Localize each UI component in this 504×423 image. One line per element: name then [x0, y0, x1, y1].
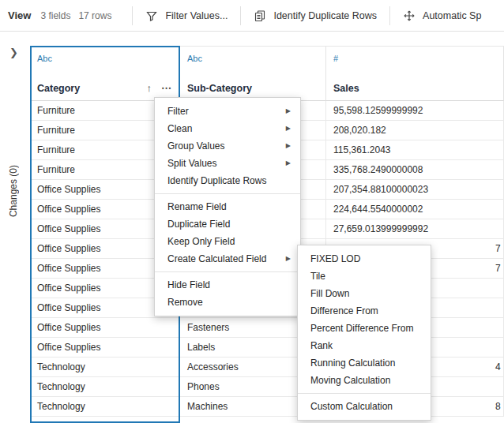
grid-header-row: Abc Category ↑ ⋯ Abc Sub-Category # Sale… [30, 46, 504, 101]
toolbar-separator [240, 6, 241, 25]
changes-sidebar: ❯ Changes (0) [0, 32, 30, 423]
menu-item[interactable]: Custom Calculation [298, 398, 431, 415]
column-header-sales[interactable]: # Sales [326, 47, 504, 101]
menu-item-label: Split Values [167, 155, 286, 172]
cell-sales[interactable]: 335,768.2490000008 [326, 160, 504, 180]
menu-item-label: Remove [167, 294, 291, 311]
menu-item[interactable]: Fill Down [298, 285, 431, 302]
table-row[interactable]: Office SuppliesFasteners [30, 318, 504, 338]
automatic-split-label: Automatic Sp [423, 10, 481, 21]
cell-sales[interactable]: 207,354.88100000023 [326, 180, 504, 200]
cell-sales[interactable]: 27,659.013999999992 [326, 219, 504, 239]
toolbar-separator [132, 6, 133, 25]
menu-item-label: Custom Calculation [310, 398, 421, 415]
table-row[interactable]: Office SuppliesLabels [30, 338, 504, 357]
filter-values-label: Filter Values... [165, 10, 228, 21]
menu-item-label: Filter [167, 103, 286, 120]
fields-count: 3 fields [40, 10, 70, 21]
view-toolbar: View 3 fields17 rows Filter Values... I [0, 0, 504, 32]
menu-item[interactable]: Difference From [298, 302, 431, 320]
submenu-arrow-icon: ▶ [286, 137, 291, 155]
filter-icon [145, 9, 158, 22]
menu-item-label: Percent Difference From [310, 320, 421, 337]
identify-duplicate-rows-label: Identify Duplicate Rows [273, 10, 377, 21]
column-header-subcategory[interactable]: Abc Sub-Category [180, 47, 326, 101]
menu-separator [155, 193, 300, 194]
menu-item[interactable]: Create Calculated Field▶ [155, 250, 300, 268]
menu-item-label: Hide Field [167, 276, 291, 294]
menu-item[interactable]: Hide Field [155, 276, 300, 294]
cell-category[interactable]: Technology [30, 397, 180, 417]
automatic-split-icon [403, 9, 416, 22]
column-name-category: Category [37, 83, 80, 94]
menu-item-label: Keep Only Field [167, 233, 291, 250]
menu-item[interactable]: Split Values▶ [155, 155, 300, 172]
cell-sales[interactable]: 208,020.182 [326, 121, 504, 140]
submenu-arrow-icon: ▶ [286, 250, 291, 268]
submenu-arrow-icon: ▶ [286, 103, 291, 120]
menu-item[interactable]: Identify Duplicate Rows [155, 172, 300, 189]
menu-item[interactable]: Filter▶ [155, 103, 300, 120]
tableau-prep-window: View 3 fields17 rows Filter Values... I [0, 0, 504, 423]
automatic-split-button[interactable]: Automatic Sp [403, 9, 481, 22]
expand-changes-chevron-icon[interactable]: ❯ [0, 32, 30, 58]
menu-item[interactable]: Moving Calculation [298, 372, 431, 389]
identify-duplicate-rows-icon [254, 9, 266, 22]
table-row[interactable]: TechnologyMachines8 [30, 397, 504, 417]
grid-summary: 3 fields17 rows [40, 10, 119, 21]
menu-item-label: Group Values [167, 137, 286, 155]
context-menu: Filter▶Clean▶Group Values▶Split Values▶I… [154, 97, 301, 316]
rows-count: 17 rows [78, 10, 111, 21]
menu-item[interactable]: Percent Difference From [298, 320, 431, 337]
menu-item-label: Fill Down [310, 285, 421, 302]
cell-category[interactable]: Office Supplies [30, 318, 180, 338]
menu-item-label: Running Calculation [310, 354, 421, 372]
menu-item[interactable]: Group Values▶ [155, 137, 300, 155]
menu-separator [298, 393, 431, 394]
menu-item-label: Duplicate Field [167, 215, 291, 233]
submenu-arrow-icon: ▶ [286, 120, 291, 137]
view-label: View [8, 9, 31, 21]
menu-item-label: Clean [167, 120, 286, 137]
number-type-icon: # [333, 54, 496, 63]
cell-sales[interactable]: 224,644.5540000002 [326, 200, 504, 219]
table-row[interactable]: TechnologyPhones [30, 377, 504, 397]
menu-item[interactable]: Rename Field [155, 198, 300, 215]
menu-item-label: Rename Field [167, 198, 291, 215]
menu-item-label: Create Calculated Field [167, 250, 286, 268]
menu-item-label: Difference From [310, 302, 421, 320]
menu-item-label: Moving Calculation [310, 372, 421, 389]
cell-category[interactable]: Technology [30, 357, 180, 377]
menu-item[interactable]: Keep Only Field [155, 233, 300, 250]
toolbar-separator [389, 6, 390, 25]
identify-duplicate-rows-button[interactable]: Identify Duplicate Rows [254, 9, 377, 22]
menu-item-label: FIXED LOD [310, 250, 421, 268]
cell-category[interactable]: Technology [30, 377, 180, 397]
string-type-icon: Abc [37, 54, 172, 63]
column-header-category[interactable]: Abc Category ↑ ⋯ [30, 47, 180, 101]
menu-item-label: Rank [310, 337, 421, 354]
submenu-arrow-icon: ▶ [286, 155, 291, 172]
menu-item[interactable]: Clean▶ [155, 120, 300, 137]
menu-separator [155, 271, 300, 272]
cell-sales[interactable]: 95,598.12599999992 [326, 101, 504, 121]
column-name-sales: Sales [333, 83, 359, 94]
column-name-subcategory: Sub-Category [187, 83, 252, 94]
menu-item[interactable]: FIXED LOD [298, 250, 431, 268]
menu-item[interactable]: Rank [298, 337, 431, 354]
string-type-icon: Abc [187, 54, 318, 63]
changes-pane-label[interactable]: Changes (0) [8, 165, 19, 217]
sort-ascending-icon[interactable]: ↑ [147, 82, 152, 94]
table-row[interactable]: TechnologyAccessories4 [30, 357, 504, 377]
menu-item[interactable]: Remove [155, 294, 300, 311]
menu-item[interactable]: Duplicate Field [155, 215, 300, 233]
column-more-options-icon[interactable]: ⋯ [161, 82, 172, 94]
create-calculated-field-submenu: FIXED LODTileFill DownDifference FromPer… [297, 245, 431, 421]
cell-category[interactable]: Office Supplies [30, 338, 180, 357]
menu-item-label: Tile [310, 268, 421, 285]
menu-item-label: Identify Duplicate Rows [167, 172, 291, 189]
filter-values-button[interactable]: Filter Values... [145, 9, 228, 22]
menu-item[interactable]: Running Calculation [298, 354, 431, 372]
menu-item[interactable]: Tile [298, 268, 431, 285]
cell-sales[interactable]: 115,361.2043 [326, 140, 504, 160]
